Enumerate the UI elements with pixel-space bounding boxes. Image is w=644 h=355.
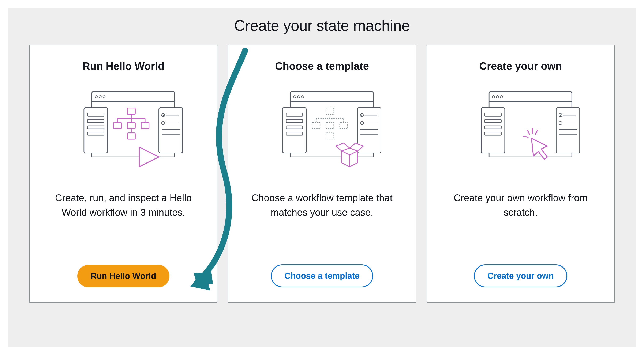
card-create-own[interactable]: Create your own — [426, 45, 615, 302]
card-title: Create your own — [479, 60, 562, 72]
svg-point-41 — [361, 114, 362, 116]
svg-rect-61 — [489, 92, 572, 102]
option-cards-row: Run Hello World — [21, 45, 623, 302]
choose-template-button[interactable]: Choose a template — [271, 264, 373, 288]
run-hello-world-button[interactable]: Run Hello World — [77, 265, 170, 288]
svg-point-73 — [560, 114, 561, 116]
template-illustration-icon — [241, 83, 403, 176]
svg-point-12 — [163, 114, 164, 116]
create-your-own-button[interactable]: Create your own — [474, 264, 567, 288]
svg-rect-0 — [92, 92, 175, 102]
card-description: Choose a workflow template that matches … — [241, 190, 403, 264]
page-title: Create your state machine — [21, 17, 623, 34]
card-title: Run Hello World — [82, 60, 164, 72]
create-own-illustration-icon — [440, 83, 602, 176]
card-description: Create, run, and inspect a Hello World w… — [42, 190, 204, 265]
hello-world-illustration-icon — [42, 83, 204, 176]
create-state-machine-panel: Create your state machine Run Hello Worl… — [8, 8, 636, 346]
svg-rect-29 — [290, 92, 373, 102]
card-run-hello-world[interactable]: Run Hello World — [29, 45, 218, 302]
svg-rect-10 — [159, 108, 182, 153]
card-choose-template[interactable]: Choose a template — [228, 45, 416, 302]
card-description: Create your own workflow from scratch. — [440, 190, 602, 264]
svg-rect-71 — [556, 108, 580, 153]
card-title: Choose a template — [275, 60, 369, 72]
